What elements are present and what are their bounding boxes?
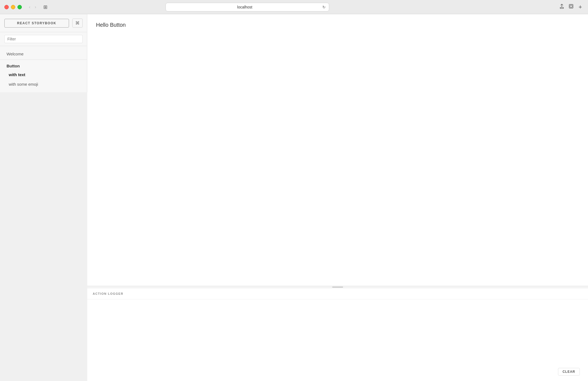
sidebar: REACT STORYBOOK ⌘ Welcome Button with te…: [0, 14, 87, 92]
share-button[interactable]: [558, 3, 565, 11]
app-layout: REACT STORYBOOK ⌘ Welcome Button with te…: [0, 14, 588, 381]
close-button[interactable]: [4, 5, 9, 9]
tabs-icon: [569, 4, 574, 9]
keyboard-shortcut-button[interactable]: ⌘: [72, 19, 83, 28]
nav-buttons: ‹ ›: [27, 4, 38, 11]
browser-chrome: ‹ › ⊞ localhost ↻ +: [0, 0, 588, 14]
reload-button[interactable]: ↻: [322, 5, 326, 9]
traffic-lights: [4, 5, 22, 9]
browser-actions: +: [558, 3, 584, 11]
filter-input-wrapper: [0, 32, 87, 46]
svg-rect-1: [570, 5, 572, 7]
minimize-button[interactable]: [11, 5, 15, 9]
maximize-button[interactable]: [17, 5, 22, 9]
storybook-button[interactable]: REACT STORYBOOK: [4, 19, 69, 28]
sidebar-item-with-some-emoji[interactable]: with some emoji: [0, 79, 87, 89]
back-button[interactable]: ‹: [27, 4, 32, 11]
story-panel: Hello Button: [87, 14, 588, 286]
nav-divider: [0, 59, 87, 60]
share-icon: [559, 4, 564, 9]
action-logger-header: ACTION LOGGER: [87, 288, 588, 299]
panel-resize-bar[interactable]: [87, 286, 588, 288]
address-text: localhost: [169, 5, 320, 9]
action-logger-panel: ACTION LOGGER: [87, 288, 588, 381]
main-content: Hello Button ACTION LOGGER: [87, 14, 588, 381]
forward-button[interactable]: ›: [33, 4, 38, 11]
tabs-button[interactable]: [568, 3, 575, 11]
sidebar-item-welcome[interactable]: Welcome: [0, 49, 87, 58]
new-tab-button[interactable]: +: [577, 3, 584, 11]
clear-button[interactable]: CLEAR: [558, 368, 580, 376]
sidebar-container: REACT STORYBOOK ⌘ Welcome Button with te…: [0, 14, 87, 381]
action-logger-body: [87, 299, 588, 381]
sidebar-toggle-button[interactable]: ⊞: [41, 3, 50, 11]
sidebar-resize-handle[interactable]: [86, 14, 87, 381]
svg-rect-0: [569, 4, 573, 8]
resize-grip: [332, 287, 343, 288]
address-bar: localhost ↻: [166, 3, 329, 11]
sidebar-item-with-text[interactable]: with text: [0, 70, 87, 79]
story-title: Hello Button: [96, 22, 579, 28]
action-logger-title: ACTION LOGGER: [93, 292, 123, 295]
sidebar-nav: Welcome Button with text with some emoji: [0, 46, 87, 92]
sidebar-header: REACT STORYBOOK ⌘: [0, 14, 87, 32]
filter-input[interactable]: [4, 35, 83, 43]
sidebar-section-button: Button: [0, 61, 87, 70]
